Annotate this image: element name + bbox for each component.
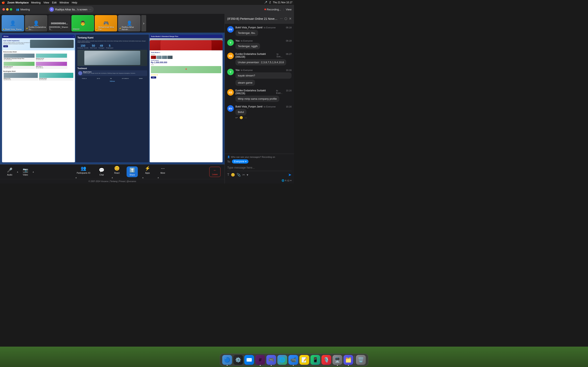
chat-bubble: Terdengar, Ibu. [235, 30, 258, 36]
chat-button[interactable]: 💬 Chat [96, 166, 107, 177]
audio-button[interactable]: 🎤 Audio [4, 166, 15, 177]
participants-caret[interactable]: ▲ [75, 176, 77, 179]
audio-caret[interactable]: ▲ [17, 171, 18, 173]
video-button[interactable]: 📷 Video [20, 166, 31, 177]
compare-grid: Wuling Air EV Rp 300.000.000 Hyundai Ion… [3, 72, 74, 81]
chat-more-icon[interactable]: ··· [280, 17, 283, 21]
participant-thumb[interactable]: 👤 ⚡ Raditya Athar Ilazuar... [118, 15, 140, 31]
menu-window[interactable]: Window [60, 1, 69, 4]
strip-next-button[interactable]: › [141, 15, 146, 31]
sharer-label: Raditya Athar Ila...'s screen [55, 8, 87, 11]
car-site-header: VDrive ≡ [2, 35, 75, 38]
send-button[interactable]: ➤ [288, 172, 292, 177]
chat-bubble: Urutan presentasi : 2,3,8,7,5,1,9,4,10,6 [235, 59, 286, 66]
more-button[interactable]: ··· More [157, 165, 168, 175]
car-card: BYD Atto 3 Rp 520.000.000 [35, 61, 67, 69]
menu-help[interactable]: Help [72, 1, 77, 4]
site-nav: ≡ [73, 36, 74, 37]
wuling-logo: ∞ [110, 77, 112, 80]
format-icon[interactable]: T [227, 173, 229, 176]
participant-name: Mohammad Wira Dar... [98, 26, 117, 31]
testimoni-avatar [78, 71, 82, 75]
participant-label: ⚡ Bukit Vista_Rama [2, 28, 21, 31]
react-msg-icon[interactable]: 😊 [240, 116, 243, 119]
car-hero: Cari mobil impianmu VDrive adalah platfo… [2, 38, 75, 50]
menu-meeting[interactable]: Meeting [31, 1, 41, 4]
participant-thumb-active[interactable]: 👨 stiawan [71, 15, 94, 31]
participant-thumb[interactable]: 0000095084... 0000095084_Sharon Ti... [48, 15, 71, 31]
apps-caret[interactable]: ▲ [142, 176, 144, 179]
tesla-thumb[interactable] [162, 56, 167, 59]
react-caret[interactable]: ▲ [111, 176, 113, 179]
tesla-thumb[interactable] [151, 56, 156, 59]
file-icon[interactable]: 📎 [237, 173, 241, 177]
chat-popout-icon[interactable]: ⬡ [285, 17, 287, 21]
chat-message: Y You to Everyone 10.16 kayak stream? st… [227, 69, 292, 86]
participant-thumb[interactable]: 👤 ⚡ Eunike Endariahna Su... [25, 15, 47, 31]
stat-number: 150 [77, 44, 88, 47]
participants-button[interactable]: 👥 Participants 43 [75, 165, 92, 175]
chat-message: BV Bukit Vista_Furqon Jamil to Everyone … [227, 26, 292, 36]
participant-thumb[interactable]: 👤 ⚡ Bukit Vista_Rama [2, 15, 24, 31]
apps-button[interactable]: ⚡ Apps [142, 165, 153, 175]
zoom-window: 👥 Meeting R Raditya Athar Ila...'s scree… [0, 5, 294, 184]
leave-button[interactable]: ← Leave [209, 167, 221, 177]
sender-name: You [235, 69, 240, 72]
apple-menu[interactable]: 🍎 [2, 1, 5, 4]
tesla-thumb[interactable] [167, 56, 173, 59]
view-label[interactable]: View [286, 8, 292, 11]
tesla-description: Deskripsi [151, 54, 221, 55]
video-button-wrap: 📷 Video [20, 166, 31, 177]
hero-cta[interactable]: Cari [3, 45, 8, 47]
react-button[interactable]: 😊 React [111, 165, 122, 175]
emoji-icon[interactable]: 😊 [231, 173, 235, 177]
participant-thumb[interactable]: 🎮 ⚡ Mohammad Wira Dar... [95, 15, 117, 31]
video-caret[interactable]: ▲ [32, 171, 34, 173]
presentation-panels: VDrive ≡ Cari mobil impianmu VDrive adal… [0, 33, 225, 164]
beli-button[interactable]: Beli [151, 76, 156, 78]
toolbar-center: 👥 Participants 43 ▲ 💬 Chat 😊 React [75, 165, 168, 179]
maximize-button[interactable] [10, 8, 12, 11]
gif-icon[interactable]: ▾ [247, 173, 248, 177]
react-icon: 😊 [114, 166, 120, 171]
chat-to-badge[interactable]: Everyone ▾ [232, 159, 249, 164]
car-price: Rp 300.000.000 [36, 59, 67, 60]
tesla-model-name: Tesla Model 3 [151, 52, 221, 53]
chat-msg-header: You to Everyone 09.18 [235, 39, 292, 42]
chat-close-icon[interactable]: ✕ [289, 17, 292, 21]
stat-penghargaan: 5 Penghargaan [106, 44, 113, 49]
more-msg-icon[interactable]: ··· [245, 116, 247, 119]
tesla-thumb[interactable] [156, 56, 162, 59]
audio-button-wrap: 🎤 Audio [4, 166, 15, 177]
compare-title: Bandingkan Mobil [3, 71, 74, 72]
menubar-right: 🎤 Z Thu 21 Nov 10.17 [264, 1, 292, 4]
hyundai-logo: HYUNDAI [122, 78, 129, 79]
share-button[interactable]: ⬆️ Share [127, 166, 138, 177]
msg-to: to Everyone [241, 69, 253, 71]
screenshot-icon[interactable]: ✂ [242, 173, 245, 177]
screen-share-pill[interactable]: R Raditya Athar Ila...'s screen ··· [48, 6, 94, 12]
msg-time: 09.18 [286, 40, 292, 42]
chat-title: (IF350-B) Pertemuan Online 21 Novemb... [227, 17, 278, 20]
reply-icon[interactable]: ↩ [235, 116, 238, 119]
more-caret[interactable]: ▲ [157, 176, 159, 179]
menu-view[interactable]: View [43, 1, 49, 4]
chat-header-icons: ··· ⬡ ✕ [280, 17, 292, 21]
id-caret-icon[interactable]: ▾ [290, 179, 292, 182]
minimize-button[interactable] [6, 8, 9, 11]
msg-time: 09.18 [286, 26, 292, 29]
chat-input[interactable] [227, 165, 292, 170]
close-button[interactable] [2, 8, 5, 11]
menu-edit[interactable]: Edit [52, 1, 57, 4]
menubar: 🍎 Zoom Workplace Meeting View Edit Windo… [0, 0, 294, 5]
participant-label: 0000095084_Sharon Ti... [49, 26, 71, 31]
tesla-site-header: Tesla Model 3 Standard Range Plus [150, 35, 223, 38]
more-icon[interactable]: ··· [89, 8, 91, 11]
chat-icon: 💬 [99, 167, 104, 173]
profil-section-title: Profil Penjual [151, 60, 221, 61]
mic-icon: ⚡ [2, 28, 5, 31]
msg-to: to Everyone [241, 40, 253, 42]
slide-panel-left: VDrive ≡ Cari mobil impianmu VDrive adal… [2, 35, 75, 162]
tesla-detail-site: Tesla Model 3 Standard Range Plus [150, 35, 223, 162]
translate-icon[interactable]: 🌐 A [282, 179, 286, 182]
